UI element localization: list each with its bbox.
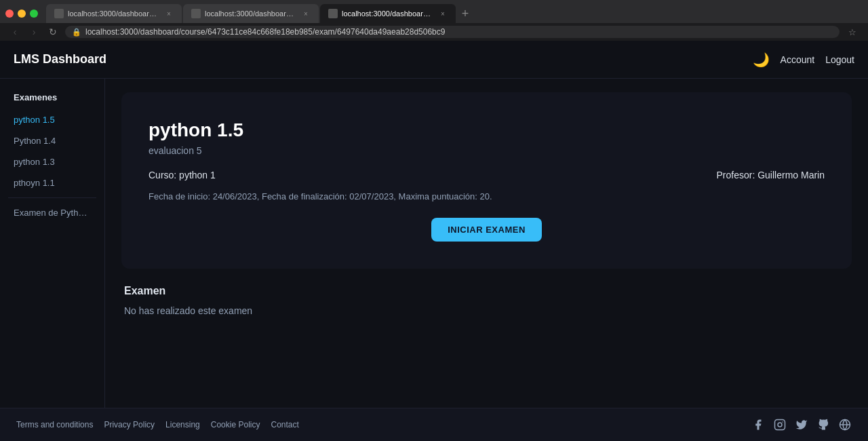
browser-chrome: localhost:3000/dashboard/cou... × localh… <box>0 0 868 41</box>
footer-link-licensing[interactable]: Licensing <box>165 420 200 429</box>
app-container: LMS Dashboard 🌙 Account Logout Examenes … <box>0 41 868 441</box>
github-icon[interactable] <box>816 418 830 432</box>
url-text: localhost:3000/dashboard/course/6473c11c… <box>85 27 445 37</box>
browser-tab-3[interactable]: localhost:3000/dashboard/cou... × <box>320 4 456 23</box>
course-label: Curso: python 1 <box>149 170 216 180</box>
minimize-window-btn[interactable] <box>18 9 26 18</box>
footer-social-icons <box>751 418 852 432</box>
browser-action-buttons: ☆ <box>845 24 860 39</box>
account-link[interactable]: Account <box>781 54 815 65</box>
exam-dates: Fecha de inicio: 24/06/2023, Fecha de fi… <box>149 191 825 202</box>
svg-point-2 <box>782 421 783 423</box>
dark-mode-button[interactable]: 🌙 <box>753 52 770 68</box>
footer-links: Terms and conditions Privacy Policy Lice… <box>16 420 299 429</box>
tab-favicon-3 <box>328 9 338 18</box>
exam-title: python 1.5 <box>149 119 825 141</box>
browser-tab-2[interactable]: localhost:3000/dashboard/cou... × <box>183 4 319 23</box>
footer-link-terms[interactable]: Terms and conditions <box>16 420 93 429</box>
tab-bar: localhost:3000/dashboard/cou... × localh… <box>0 0 868 23</box>
exam-meta: Curso: python 1 Profesor: Guillermo Mari… <box>149 170 825 180</box>
exam-section: Examen No has realizado este examen <box>121 285 852 316</box>
tab-title-3: localhost:3000/dashboard/cou... <box>342 9 434 18</box>
svg-point-1 <box>778 423 782 427</box>
footer-link-cookie[interactable]: Cookie Policy <box>211 420 260 429</box>
tab-title-1: localhost:3000/dashboard/cou... <box>68 9 160 18</box>
navbar: LMS Dashboard 🌙 Account Logout <box>0 41 868 79</box>
sidebar-item-pthoyn-1-1[interactable]: pthoyn 1.1 <box>8 174 96 192</box>
sidebar-item-python-1-3[interactable]: python 1.3 <box>8 153 96 171</box>
svg-rect-0 <box>775 420 785 430</box>
maximize-window-btn[interactable] <box>30 9 38 18</box>
tab-favicon-2 <box>191 9 201 18</box>
url-field[interactable]: 🔒 localhost:3000/dashboard/course/6473c1… <box>65 26 840 38</box>
exam-section-title: Examen <box>124 285 849 297</box>
traffic-lights <box>5 9 38 18</box>
globe-icon[interactable] <box>838 418 852 432</box>
sidebar-item-python-1-5[interactable]: python 1.5 <box>8 111 96 129</box>
forward-button[interactable]: › <box>27 26 41 37</box>
sidebar-item-python-1-4[interactable]: Python 1.4 <box>8 132 96 150</box>
exam-subtitle: evaluacion 5 <box>149 145 825 156</box>
brand-name: LMS Dashboard <box>14 52 753 66</box>
content-area: python 1.5 evaluacion 5 Curso: python 1 … <box>105 79 868 408</box>
close-window-btn[interactable] <box>5 9 14 18</box>
tab-close-1[interactable]: × <box>164 9 174 18</box>
tab-title-2: localhost:3000/dashboard/cou... <box>205 9 297 18</box>
back-button[interactable]: ‹ <box>8 26 22 37</box>
facebook-icon[interactable] <box>751 418 765 432</box>
new-tab-button[interactable]: + <box>457 5 473 22</box>
footer-link-contact[interactable]: Contact <box>271 420 298 429</box>
main-layout: Examenes python 1.5 Python 1.4 python 1.… <box>0 79 868 408</box>
footer: Terms and conditions Privacy Policy Lice… <box>0 408 868 441</box>
tab-favicon-1 <box>54 9 64 18</box>
sidebar-divider <box>8 197 96 198</box>
exam-card: python 1.5 evaluacion 5 Curso: python 1 … <box>121 92 852 269</box>
start-exam-button[interactable]: INICIAR EXAMEN <box>431 218 542 242</box>
bookmark-icon[interactable]: ☆ <box>845 24 860 39</box>
exam-empty-message: No has realizado este examen <box>124 305 849 316</box>
tab-close-2[interactable]: × <box>301 9 311 18</box>
address-bar: ‹ › ↻ 🔒 localhost:3000/dashboard/course/… <box>0 23 868 41</box>
sidebar: Examenes python 1.5 Python 1.4 python 1.… <box>0 79 105 408</box>
navbar-actions: 🌙 Account Logout <box>753 52 854 68</box>
browser-tab-1[interactable]: localhost:3000/dashboard/cou... × <box>46 4 182 23</box>
sidebar-item-examen-de-python-1[interactable]: Examen de Python 1 <box>8 204 96 222</box>
tab-close-3[interactable]: × <box>438 9 448 18</box>
twitter-icon[interactable] <box>795 418 808 432</box>
lock-icon: 🔒 <box>72 28 81 37</box>
sidebar-section-title: Examenes <box>8 92 96 102</box>
logout-link[interactable]: Logout <box>825 54 854 65</box>
professor-label: Profesor: Guillermo Marin <box>717 170 825 180</box>
refresh-button[interactable]: ↻ <box>46 26 60 37</box>
instagram-icon[interactable] <box>773 418 787 432</box>
footer-link-privacy[interactable]: Privacy Policy <box>104 420 155 429</box>
